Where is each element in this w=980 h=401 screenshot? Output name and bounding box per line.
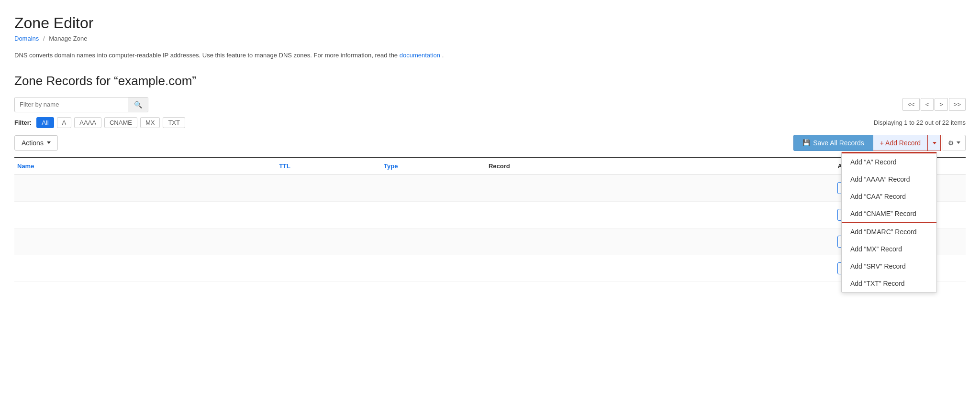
dropdown-add-cname[interactable]: Add “CNAME” Record [842,205,936,223]
breadcrumb: Domains / Manage Zone [14,35,966,42]
gear-caret-icon [957,141,960,144]
dropdown-add-srv[interactable]: Add “SRV” Record [842,258,936,275]
pagination-prev[interactable]: < [921,98,934,111]
description-text: DNS converts domain names into computer-… [14,51,966,60]
pagination-next[interactable]: > [935,98,948,111]
filter-mx[interactable]: MX [140,117,160,128]
save-all-label: Save All Records [813,139,864,147]
search-input[interactable] [15,98,128,111]
add-record-dropdown-menu: Add “A” Record Add “AAAA” Record Add “CA… [841,152,937,293]
filter-all[interactable]: All [36,117,54,128]
filter-txt[interactable]: TXT [163,117,185,128]
breadcrumb-separator: / [43,35,45,42]
add-record-label: + Add Record [880,139,921,147]
toolbar-right: 💾 Save All Records + Add Record ⚙ Add “A… [793,135,966,151]
td-ttl-4 [276,267,381,269]
td-record-3 [486,240,835,242]
gear-icon: ⚙ [948,139,954,147]
td-name-4 [14,267,276,269]
toolbar: Actions 💾 Save All Records + Add Record … [14,135,966,157]
td-ttl-1 [276,187,381,189]
breadcrumb-current: Manage Zone [49,35,87,42]
save-all-records-button[interactable]: 💾 Save All Records [793,135,873,151]
dropdown-add-a[interactable]: Add “A” Record [842,153,936,171]
records-table: Name TTL Type Record Actions ✎ Edit [14,157,966,282]
gear-settings-button[interactable]: ⚙ [943,135,966,151]
search-pagination-row: 🔍 << < > >> [14,97,966,112]
page-title: Zone Editor [14,14,966,32]
th-record: Record [486,162,835,171]
table-row: ✎ Edit [14,228,966,255]
actions-caret-icon [47,141,51,144]
dropdown-add-dmarc[interactable]: Add “DMARC” Record [842,223,936,240]
page-container: Zone Editor Domains / Manage Zone DNS co… [0,0,980,401]
td-type-1 [381,187,486,189]
actions-button[interactable]: Actions [14,135,58,151]
zone-records-title: Zone Records for “example.com” [14,74,966,88]
add-record-caret-icon [933,142,936,144]
td-type-2 [381,214,486,216]
td-ttl-3 [276,240,381,242]
td-name-2 [14,214,276,216]
td-record-2 [486,214,835,216]
filter-type-row: Filter: All A AAAA CNAME MX TXT Displayi… [14,117,966,128]
pagination-top: << < > >> [902,98,966,111]
documentation-link[interactable]: documentation [400,52,440,59]
filter-label: Filter: [14,119,32,126]
pagination-first[interactable]: << [902,98,919,111]
th-type[interactable]: Type [381,162,486,171]
table-row: ✎ Edit [14,175,966,202]
th-ttl[interactable]: TTL [276,162,381,171]
breadcrumb-domains-link[interactable]: Domains [14,35,39,42]
table-header: Name TTL Type Record Actions [14,158,966,175]
description-end: . [442,52,444,59]
th-name[interactable]: Name [14,162,276,171]
actions-label: Actions [22,139,44,147]
table-row: ✎ Edit 🗑 Delete [14,255,966,282]
td-type-3 [381,240,486,242]
td-record-1 [486,187,835,189]
dropdown-add-mx[interactable]: Add “MX” Record [842,240,936,258]
add-record-button[interactable]: + Add Record [873,135,928,151]
filter-a[interactable]: A [57,117,72,128]
add-record-dropdown-button[interactable] [928,135,941,151]
search-icon: 🔍 [134,101,142,108]
pagination-last[interactable]: >> [949,98,966,111]
table-row: ✎ Edit [14,202,966,228]
description-main: DNS converts domain names into computer-… [14,52,398,59]
td-type-4 [381,267,486,269]
td-name-3 [14,240,276,242]
search-button[interactable]: 🔍 [128,98,148,112]
filter-cname[interactable]: CNAME [104,117,137,128]
td-name-1 [14,187,276,189]
td-record-4 [486,267,835,269]
save-icon: 💾 [802,139,810,146]
filter-types: Filter: All A AAAA CNAME MX TXT [14,117,185,128]
td-ttl-2 [276,214,381,216]
search-box: 🔍 [14,97,148,112]
displaying-text: Displaying 1 to 22 out of 22 items [874,119,966,126]
dropdown-add-aaaa[interactable]: Add “AAAA” Record [842,171,936,188]
dropdown-add-txt[interactable]: Add “TXT” Record [842,275,936,292]
dropdown-add-caa[interactable]: Add “CAA” Record [842,188,936,205]
filter-aaaa[interactable]: AAAA [74,117,101,128]
